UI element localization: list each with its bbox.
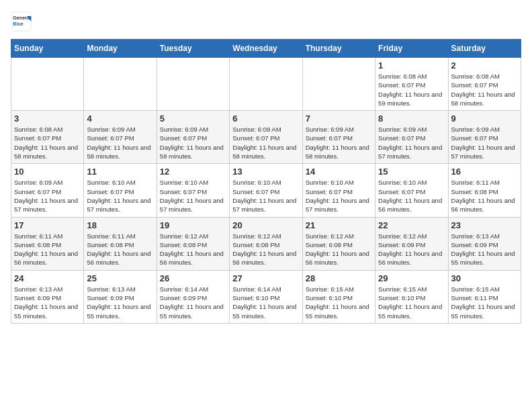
calendar-day-cell: 1Sunrise: 6:08 AM Sunset: 6:07 PM Daylig… [375,58,448,111]
header: General Blue [11,11,521,32]
calendar-day-cell [84,58,157,111]
day-number: 29 [378,273,445,283]
day-info: Sunrise: 6:15 AM Sunset: 6:11 PM Dayligh… [451,285,518,320]
calendar-day-cell: 5Sunrise: 6:09 AM Sunset: 6:07 PM Daylig… [157,111,229,164]
logo: General Blue [11,11,32,32]
calendar-day-cell: 15Sunrise: 6:10 AM Sunset: 6:07 PM Dayli… [375,164,448,217]
day-number: 3 [14,113,81,124]
calendar-day-cell: 2Sunrise: 6:08 AM Sunset: 6:07 PM Daylig… [448,58,521,111]
day-number: 15 [378,167,445,177]
calendar-day-cell: 4Sunrise: 6:09 AM Sunset: 6:07 PM Daylig… [84,111,157,164]
day-number: 13 [232,167,299,177]
weekday-header: Sunday [11,40,84,58]
calendar-day-cell [11,58,84,111]
day-number: 2 [451,60,518,71]
calendar-day-cell: 9Sunrise: 6:09 AM Sunset: 6:07 PM Daylig… [448,111,521,164]
day-number: 7 [306,113,372,124]
weekday-header: Friday [375,40,448,58]
calendar: SundayMondayTuesdayWednesdayThursdayFrid… [11,39,521,324]
day-number: 22 [378,220,445,230]
day-info: Sunrise: 6:09 AM Sunset: 6:07 PM Dayligh… [14,178,81,214]
calendar-day-cell: 16Sunrise: 6:11 AM Sunset: 6:08 PM Dayli… [448,164,521,217]
day-number: 30 [451,273,518,283]
calendar-day-cell [157,58,229,111]
calendar-day-cell: 11Sunrise: 6:10 AM Sunset: 6:07 PM Dayli… [84,164,157,217]
day-number: 21 [306,220,372,230]
day-info: Sunrise: 6:09 AM Sunset: 6:07 PM Dayligh… [306,125,372,161]
weekday-header: Wednesday [230,40,302,58]
day-info: Sunrise: 6:08 AM Sunset: 6:07 PM Dayligh… [14,125,81,161]
day-number: 6 [232,113,299,124]
day-info: Sunrise: 6:09 AM Sunset: 6:07 PM Dayligh… [87,125,153,161]
day-number: 25 [87,273,153,283]
day-number: 19 [160,220,226,230]
day-info: Sunrise: 6:11 AM Sunset: 6:08 PM Dayligh… [451,178,518,214]
calendar-day-cell: 21Sunrise: 6:12 AM Sunset: 6:08 PM Dayli… [302,217,375,270]
calendar-day-cell: 27Sunrise: 6:14 AM Sunset: 6:10 PM Dayli… [230,270,302,323]
calendar-day-cell: 13Sunrise: 6:10 AM Sunset: 6:07 PM Dayli… [230,164,302,217]
day-number: 16 [451,167,518,177]
calendar-week-row: 10Sunrise: 6:09 AM Sunset: 6:07 PM Dayli… [11,164,521,217]
day-number: 20 [232,220,299,230]
weekday-header: Tuesday [157,40,229,58]
day-number: 28 [306,273,372,283]
calendar-day-cell [230,58,302,111]
calendar-week-row: 1Sunrise: 6:08 AM Sunset: 6:07 PM Daylig… [11,58,521,111]
day-info: Sunrise: 6:09 AM Sunset: 6:07 PM Dayligh… [160,125,226,161]
day-info: Sunrise: 6:13 AM Sunset: 6:09 PM Dayligh… [87,285,153,320]
weekday-header: Thursday [302,40,375,58]
calendar-day-cell: 20Sunrise: 6:12 AM Sunset: 6:08 PM Dayli… [230,217,302,270]
calendar-day-cell: 8Sunrise: 6:09 AM Sunset: 6:07 PM Daylig… [375,111,448,164]
calendar-day-cell: 18Sunrise: 6:11 AM Sunset: 6:08 PM Dayli… [84,217,157,270]
calendar-day-cell: 3Sunrise: 6:08 AM Sunset: 6:07 PM Daylig… [11,111,84,164]
calendar-day-cell: 12Sunrise: 6:10 AM Sunset: 6:07 PM Dayli… [157,164,229,217]
calendar-day-cell: 17Sunrise: 6:11 AM Sunset: 6:08 PM Dayli… [11,217,84,270]
weekday-header: Saturday [448,40,521,58]
day-number: 12 [160,167,226,177]
day-info: Sunrise: 6:09 AM Sunset: 6:07 PM Dayligh… [232,125,299,161]
calendar-day-cell [302,58,375,111]
day-info: Sunrise: 6:10 AM Sunset: 6:07 PM Dayligh… [232,178,299,214]
day-number: 4 [87,113,153,124]
weekday-header: Monday [84,40,157,58]
day-number: 10 [14,167,81,177]
day-info: Sunrise: 6:12 AM Sunset: 6:08 PM Dayligh… [306,232,372,267]
day-info: Sunrise: 6:10 AM Sunset: 6:07 PM Dayligh… [378,178,445,214]
calendar-day-cell: 10Sunrise: 6:09 AM Sunset: 6:07 PM Dayli… [11,164,84,217]
calendar-week-row: 24Sunrise: 6:13 AM Sunset: 6:09 PM Dayli… [11,270,521,323]
calendar-day-cell: 30Sunrise: 6:15 AM Sunset: 6:11 PM Dayli… [448,270,521,323]
day-number: 8 [378,113,445,124]
day-info: Sunrise: 6:12 AM Sunset: 6:08 PM Dayligh… [232,232,299,267]
calendar-day-cell: 24Sunrise: 6:13 AM Sunset: 6:09 PM Dayli… [11,270,84,323]
day-number: 18 [87,220,153,230]
calendar-week-row: 3Sunrise: 6:08 AM Sunset: 6:07 PM Daylig… [11,111,521,164]
day-info: Sunrise: 6:12 AM Sunset: 6:09 PM Dayligh… [378,232,445,267]
day-info: Sunrise: 6:08 AM Sunset: 6:07 PM Dayligh… [378,72,445,107]
day-info: Sunrise: 6:09 AM Sunset: 6:07 PM Dayligh… [451,125,518,161]
day-info: Sunrise: 6:09 AM Sunset: 6:07 PM Dayligh… [378,125,445,161]
day-info: Sunrise: 6:10 AM Sunset: 6:07 PM Dayligh… [87,178,153,214]
day-info: Sunrise: 6:14 AM Sunset: 6:09 PM Dayligh… [160,285,226,320]
weekday-header-row: SundayMondayTuesdayWednesdayThursdayFrid… [11,40,521,58]
day-number: 23 [451,220,518,230]
calendar-day-cell: 29Sunrise: 6:15 AM Sunset: 6:10 PM Dayli… [375,270,448,323]
day-info: Sunrise: 6:08 AM Sunset: 6:07 PM Dayligh… [451,72,518,107]
day-info: Sunrise: 6:13 AM Sunset: 6:09 PM Dayligh… [451,232,518,267]
day-info: Sunrise: 6:11 AM Sunset: 6:08 PM Dayligh… [87,232,153,267]
day-info: Sunrise: 6:12 AM Sunset: 6:08 PM Dayligh… [160,232,226,267]
calendar-day-cell: 19Sunrise: 6:12 AM Sunset: 6:08 PM Dayli… [157,217,229,270]
calendar-day-cell: 14Sunrise: 6:10 AM Sunset: 6:07 PM Dayli… [302,164,375,217]
day-info: Sunrise: 6:11 AM Sunset: 6:08 PM Dayligh… [14,232,81,267]
day-number: 5 [160,113,226,124]
calendar-day-cell: 7Sunrise: 6:09 AM Sunset: 6:07 PM Daylig… [302,111,375,164]
day-info: Sunrise: 6:15 AM Sunset: 6:10 PM Dayligh… [378,285,445,320]
day-number: 1 [378,60,445,71]
day-number: 27 [232,273,299,283]
day-info: Sunrise: 6:15 AM Sunset: 6:10 PM Dayligh… [306,285,372,320]
day-number: 14 [306,167,372,177]
day-number: 24 [14,273,81,283]
day-info: Sunrise: 6:10 AM Sunset: 6:07 PM Dayligh… [306,178,372,214]
day-info: Sunrise: 6:10 AM Sunset: 6:07 PM Dayligh… [160,178,226,214]
day-number: 17 [14,220,81,230]
day-number: 9 [451,113,518,124]
